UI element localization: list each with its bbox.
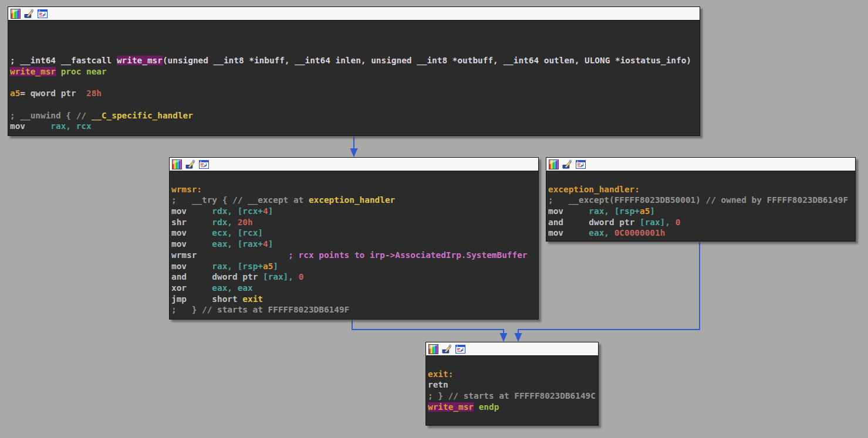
- node-code[interactable]: exit:retn; } // starts at FFFFF8023DB614…: [426, 356, 598, 412]
- code-token[interactable]: mov: [171, 206, 187, 216]
- code-token[interactable]: wrmsr:: [171, 185, 202, 194]
- code-line[interactable]: ; __except(FFFFF8023DB50001) // owned by…: [548, 195, 855, 206]
- graph-node-exit[interactable]: exit:retn; } // starts at FFFFF8023DB614…: [425, 342, 599, 426]
- code-line[interactable]: write_msr proc near: [10, 66, 700, 77]
- code-token[interactable]: jmp: [171, 294, 187, 304]
- code-token[interactable]: [563, 228, 589, 237]
- code-token[interactable]: eax, [rax+: [212, 239, 263, 249]
- code-token[interactable]: ; rcx points to irp->AssociatedIrp.Syste…: [288, 250, 527, 260]
- code-token[interactable]: shr: [171, 218, 187, 227]
- code-token[interactable]: mov: [548, 228, 563, 237]
- code-token[interactable]: rdx, [rcx+: [212, 206, 263, 216]
- graph-node-entry[interactable]: ; __int64 __fastcall write_msr(unsigned …: [8, 6, 700, 136]
- code-line[interactable]: wrmsr:: [171, 184, 538, 195]
- code-line[interactable]: write_msr endp: [428, 402, 598, 413]
- code-token[interactable]: retn: [428, 380, 448, 389]
- code-line[interactable]: [10, 77, 700, 88]
- code-line[interactable]: ; __int64 __fastcall write_msr(unsigned …: [10, 55, 700, 66]
- graph-canvas[interactable]: ; __int64 __fastcall write_msr(unsigned …: [0, 0, 868, 438]
- code-token[interactable]: xor: [171, 283, 187, 293]
- graph-overview-icon[interactable]: [576, 159, 586, 169]
- code-token[interactable]: short: [187, 294, 242, 304]
- code-line[interactable]: mov ecx, [rcx]: [171, 228, 538, 239]
- code-token[interactable]: write_msr: [428, 402, 474, 412]
- code-token[interactable]: [187, 262, 212, 271]
- code-token[interactable]: [187, 218, 212, 227]
- code-token[interactable]: mov: [171, 262, 187, 271]
- node-code[interactable]: exception_handler:; __except(FFFFF8023DB…: [546, 171, 855, 239]
- code-line[interactable]: retn: [428, 379, 598, 391]
- code-token[interactable]: [563, 206, 589, 216]
- code-line[interactable]: [428, 358, 598, 369]
- code-token[interactable]: ecx, [rcx]: [212, 228, 263, 237]
- node-titlebar[interactable]: [546, 158, 855, 171]
- code-token[interactable]: a5: [263, 262, 273, 271]
- set-node-color-icon[interactable]: [172, 159, 182, 169]
- code-token[interactable]: a5: [10, 89, 20, 98]
- set-node-color-icon[interactable]: [11, 9, 21, 19]
- code-token[interactable]: [187, 228, 212, 237]
- code-token[interactable]: 4: [263, 206, 268, 216]
- code-token[interactable]: = qword ptr: [20, 89, 86, 98]
- edit-icon[interactable]: [185, 159, 195, 169]
- code-token[interactable]: (unsigned __int8 *inbuff, __int64 inlen,…: [163, 56, 691, 65]
- node-titlebar[interactable]: [170, 158, 538, 171]
- code-token[interactable]: ; } // starts at FFFFF8023DB6149F: [171, 305, 349, 314]
- code-line[interactable]: ; } // starts at FFFFF8023DB6149C: [428, 391, 598, 402]
- code-line[interactable]: [171, 173, 538, 184]
- code-token[interactable]: rax, [rsp+: [589, 206, 640, 216]
- code-line[interactable]: a5= qword ptr 28h: [10, 88, 700, 99]
- code-token[interactable]: wrmsr: [171, 250, 197, 260]
- code-token[interactable]: mov: [171, 228, 187, 237]
- edit-icon[interactable]: [24, 9, 34, 19]
- edit-icon[interactable]: [442, 344, 452, 354]
- graph-overview-icon[interactable]: [455, 344, 465, 354]
- code-line[interactable]: mov rax, rcx: [10, 121, 700, 132]
- code-token[interactable]: endp: [474, 402, 499, 412]
- code-line[interactable]: ; __unwind { // __C_specific_handler: [10, 110, 700, 121]
- code-token[interactable]: 0: [676, 218, 681, 227]
- code-token[interactable]: [187, 206, 212, 216]
- node-code[interactable]: ; __int64 __fastcall write_msr(unsigned …: [8, 21, 700, 132]
- code-token[interactable]: [187, 283, 212, 293]
- code-token[interactable]: dword ptr: [187, 272, 263, 281]
- code-token[interactable]: proc near: [56, 67, 107, 76]
- code-line[interactable]: wrmsr ; rcx points to irp->AssociatedIrp…: [171, 250, 538, 261]
- code-token[interactable]: rax, rcx: [50, 121, 91, 131]
- code-token[interactable]: exception_handler:: [548, 185, 640, 194]
- code-token[interactable]: and: [171, 272, 187, 281]
- code-token[interactable]: and: [548, 218, 563, 227]
- edit-icon[interactable]: [562, 159, 572, 169]
- code-line[interactable]: and dword ptr [rax], 0: [171, 271, 538, 283]
- code-line[interactable]: mov rax, [rsp+a5]: [548, 206, 855, 217]
- code-token[interactable]: dword ptr: [563, 218, 640, 227]
- set-node-color-icon[interactable]: [549, 159, 559, 169]
- code-token[interactable]: eax,: [589, 228, 614, 237]
- code-token[interactable]: 0C0000001h: [614, 228, 666, 237]
- code-line[interactable]: exit:: [428, 369, 598, 380]
- code-token[interactable]: mov: [10, 121, 25, 131]
- code-token[interactable]: ]: [268, 206, 273, 216]
- code-token[interactable]: exit:: [428, 369, 453, 379]
- code-token[interactable]: a5: [640, 206, 650, 216]
- code-token[interactable]: mov: [171, 239, 187, 249]
- graph-overview-icon[interactable]: [199, 159, 209, 169]
- code-token[interactable]: ; } // starts at FFFFF8023DB6149C: [428, 391, 596, 400]
- code-token[interactable]: __C_specific_handler: [92, 111, 193, 120]
- code-token[interactable]: ]: [650, 206, 655, 216]
- code-line[interactable]: shr rdx, 20h: [171, 217, 538, 228]
- code-token[interactable]: ; __try { // __except at: [171, 195, 309, 205]
- set-node-color-icon[interactable]: [428, 344, 438, 354]
- code-line[interactable]: xor eax, eax: [171, 283, 538, 294]
- code-token[interactable]: write_msr: [117, 56, 163, 65]
- node-titlebar[interactable]: [426, 342, 598, 356]
- code-token[interactable]: exit: [242, 294, 263, 304]
- code-token[interactable]: rax, [rsp+: [212, 262, 263, 271]
- code-line[interactable]: [548, 173, 855, 184]
- code-token[interactable]: ; __except(FFFFF8023DB50001) // owned by…: [548, 195, 848, 205]
- code-token[interactable]: [187, 239, 212, 249]
- code-token[interactable]: ; __int64 __fastcall: [10, 56, 117, 65]
- code-line[interactable]: mov rax, [rsp+a5]: [171, 261, 538, 272]
- node-titlebar[interactable]: [8, 7, 700, 21]
- code-token[interactable]: ; __unwind { //: [10, 111, 92, 120]
